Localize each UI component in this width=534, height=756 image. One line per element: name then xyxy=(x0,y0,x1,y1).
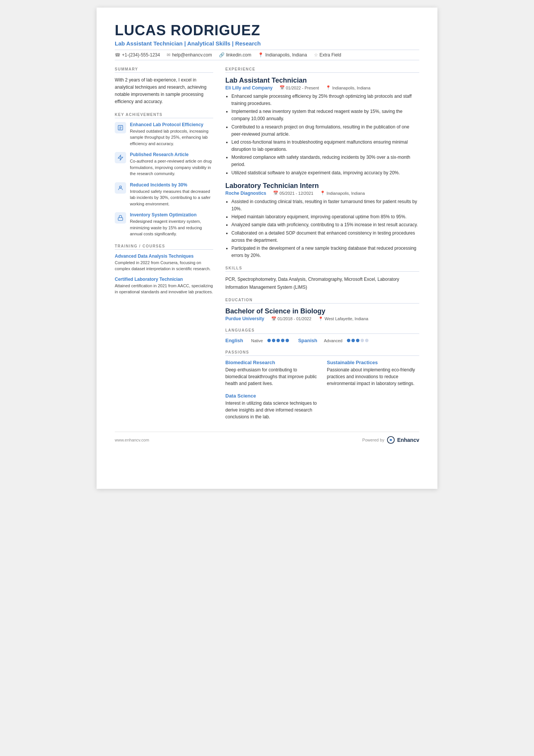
main-layout: SUMMARY With 2 years of lab experience, … xyxy=(115,67,419,420)
lang-name-spanish: Spanish xyxy=(298,338,321,343)
bullet-2-5: Participated in the development of a new… xyxy=(231,245,419,259)
passion-item-2: Sustainable Practices Passionate about i… xyxy=(327,360,419,387)
job-2: Laboratory Technician Intern Roche Diagn… xyxy=(225,182,419,260)
passions-grid: Biomedical Research Deep enthusiasm for … xyxy=(225,360,419,420)
extra-value: Extra Field xyxy=(320,52,341,58)
calendar-icon-1: 📅 xyxy=(279,85,285,90)
svg-marker-4 xyxy=(118,155,123,160)
passion-item-3: Data Science Interest in utilizing data … xyxy=(225,393,318,420)
achievement-desc-2: Co-authored a peer-reviewed article on d… xyxy=(130,158,213,177)
training-label: TRAINING / COURSES xyxy=(115,244,213,250)
lang-level-english: Native xyxy=(251,338,263,343)
lang-level-spanish: Advanced xyxy=(324,338,342,343)
bullet-1-4: Led cross-functional teams in troublesho… xyxy=(231,139,419,153)
achievement-icon-2 xyxy=(115,152,126,163)
pin-icon-1: 📍 xyxy=(326,85,331,90)
pin-icon-edu: 📍 xyxy=(318,316,323,321)
achievement-item: Enhanced Lab Protocol Efficiency Revised… xyxy=(115,122,213,147)
linkedin-contact[interactable]: 🔗 linkedin.com xyxy=(219,52,251,58)
location-1: 📍 Indianapolis, Indiana xyxy=(326,85,370,90)
job-meta-1: Eli Lilly and Company 📅 01/2022 - Presen… xyxy=(225,85,419,91)
training-title-1: Advanced Data Analysis Techniques xyxy=(115,254,213,259)
education-label: EDUCATION xyxy=(225,298,419,304)
date-2: 📅 05/2021 - 12/2021 xyxy=(273,191,313,196)
star-icon: ☆ xyxy=(314,52,318,58)
passion-title-3: Data Science xyxy=(225,393,318,399)
calendar-icon-2: 📅 xyxy=(273,191,278,196)
footer-url: www.enhancv.com xyxy=(115,438,149,442)
resume-page: LUCAS RODRIGUEZ Lab Assistant Technician… xyxy=(97,8,437,489)
edu-date: 📅 01/2018 - 01/2022 xyxy=(271,316,311,321)
dot-3 xyxy=(276,339,280,342)
candidate-name: LUCAS RODRIGUEZ xyxy=(115,23,419,39)
passion-item-1: Biomedical Research Deep enthusiasm for … xyxy=(225,360,318,387)
passion-title-2: Sustainable Practices xyxy=(327,360,419,365)
company-1: Eli Lilly and Company xyxy=(225,85,273,91)
brand-name: Enhancv xyxy=(397,437,419,443)
job-title-1: Lab Assistant Technician xyxy=(225,77,419,85)
achievement-content-4: Inventory System Optimization Redesigned… xyxy=(130,212,213,237)
training-desc-1: Completed in 2022 from Coursera, focusin… xyxy=(115,260,213,272)
company-2: Roche Diagnostics xyxy=(225,191,266,196)
achievement-content-1: Enhanced Lab Protocol Efficiency Revised… xyxy=(130,122,213,147)
job-bullets-2: Assisted in conducting clinical trials, … xyxy=(231,198,419,260)
bullet-2-4: Collaborated on a detailed SOP document … xyxy=(231,230,419,244)
date-1: 📅 01/2022 - Present xyxy=(279,85,319,90)
dot-s5 xyxy=(365,339,368,342)
link-icon: 🔗 xyxy=(219,52,225,58)
right-column: EXPERIENCE Lab Assistant Technician Eli … xyxy=(225,67,419,420)
phone-value: +1-(234)-555-1234 xyxy=(122,52,160,58)
job-meta-2: Roche Diagnostics 📅 05/2021 - 12/2021 📍 … xyxy=(225,191,419,196)
footer: www.enhancv.com Powered by Enhancv xyxy=(115,432,419,444)
location-contact: 📍 Indianapolis, Indiana xyxy=(258,52,307,58)
training-item-1: Advanced Data Analysis Techniques Comple… xyxy=(115,254,213,272)
skills-label: SKILLS xyxy=(225,266,419,272)
calendar-icon-edu: 📅 xyxy=(271,316,276,321)
training-desc-2: Attained certification in 2021 from AACC… xyxy=(115,283,213,295)
achievement-item-2: Published Research Article Co-authored a… xyxy=(115,152,213,177)
footer-brand: Powered by Enhancv xyxy=(362,436,419,444)
achievement-content-3: Reduced Incidents by 30% Introduced safe… xyxy=(130,182,213,207)
achievements-list: Enhanced Lab Protocol Efficiency Revised… xyxy=(115,122,213,237)
passion-desc-3: Interest in utilizing data science techn… xyxy=(225,400,318,420)
passion-desc-2: Passionate about implementing eco-friend… xyxy=(327,366,419,387)
dot-s1 xyxy=(347,339,350,342)
edu-meta: Purdue University 📅 01/2018 - 01/2022 📍 … xyxy=(225,316,419,321)
edu-school: Purdue University xyxy=(225,316,264,321)
email-value: help@enhancv.com xyxy=(172,52,212,58)
training-item-2: Certified Laboratory Technician Attained… xyxy=(115,277,213,295)
location-2: 📍 Indianapolis, Indiana xyxy=(320,191,365,196)
edu-degree: Bachelor of Science in Biology xyxy=(225,307,419,315)
achievement-item-4: Inventory System Optimization Redesigned… xyxy=(115,212,213,237)
achievement-title-1: Enhanced Lab Protocol Efficiency xyxy=(130,122,213,127)
dot-s4 xyxy=(361,339,364,342)
left-column: SUMMARY With 2 years of lab experience, … xyxy=(115,67,213,420)
location-icon: 📍 xyxy=(258,52,264,58)
enhancv-logo-icon xyxy=(387,436,395,444)
header: LUCAS RODRIGUEZ Lab Assistant Technician… xyxy=(115,23,419,60)
bullet-1-6: Utilized statistical software to analyze… xyxy=(231,169,419,177)
phone-icon: ☎ xyxy=(115,52,120,58)
training-title-2: Certified Laboratory Technician xyxy=(115,277,213,282)
passions-label: PASSIONS xyxy=(225,350,419,356)
lang-dots-spanish xyxy=(347,339,368,342)
extra-contact: ☆ Extra Field xyxy=(314,52,341,58)
achievement-content-2: Published Research Article Co-authored a… xyxy=(130,152,213,177)
achievement-desc-4: Redesigned reagent inventory system, min… xyxy=(130,218,213,237)
bullet-2-3: Analyzed sample data with proficiency, c… xyxy=(231,221,419,229)
bullet-2-1: Assisted in conducting clinical trials, … xyxy=(231,198,419,213)
languages-label: LANGUAGES xyxy=(225,328,419,334)
svg-point-5 xyxy=(119,186,121,188)
lang-spanish: Spanish Advanced xyxy=(298,338,368,343)
dot-s2 xyxy=(351,339,355,342)
achievement-title-2: Published Research Article xyxy=(130,152,213,157)
email-icon: ✉ xyxy=(167,52,170,58)
achievement-item-3: Reduced Incidents by 30% Introduced safe… xyxy=(115,182,213,207)
job-title-2: Laboratory Technician Intern xyxy=(225,182,419,190)
dot-s3 xyxy=(356,339,359,342)
edu-location: 📍 West Lafayette, Indiana xyxy=(318,316,368,321)
lang-english: English Native xyxy=(225,338,289,343)
phone-contact: ☎ +1-(234)-555-1234 xyxy=(115,52,160,58)
achievement-icon-4 xyxy=(115,212,126,224)
achievement-icon-1 xyxy=(115,122,126,133)
